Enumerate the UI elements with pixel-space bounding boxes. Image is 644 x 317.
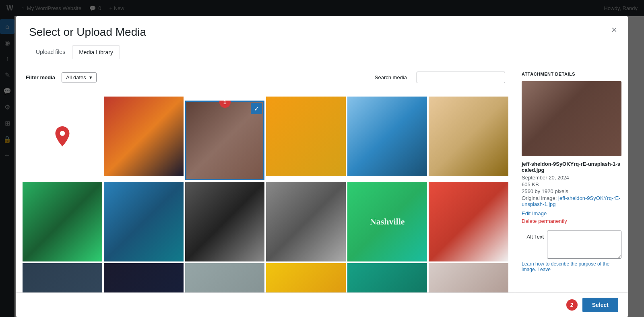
media-item[interactable]: [23, 97, 102, 176]
modal-overlay: Select or Upload Media × Upload files Me…: [0, 0, 644, 317]
media-item[interactable]: [23, 182, 102, 261]
media-grid: 1 ✓ Nashville: [23, 97, 508, 292]
modal-header: Select or Upload Media × Upload files Me…: [16, 16, 628, 65]
media-item[interactable]: [104, 263, 184, 292]
edit-image-link[interactable]: Edit Image: [522, 210, 621, 216]
media-item[interactable]: [266, 97, 346, 176]
media-item[interactable]: [266, 263, 346, 292]
tab-upload[interactable]: Upload files: [29, 45, 72, 58]
media-item[interactable]: [429, 263, 508, 292]
media-item[interactable]: [104, 182, 184, 261]
attachment-filename: jeff-sheldon-9SyOKYrq-rE-unsplash-1-scal…: [522, 161, 621, 173]
media-item[interactable]: [104, 97, 184, 176]
alt-text-hint[interactable]: Learn how to describe the purpose of the…: [522, 261, 621, 272]
media-item[interactable]: [429, 182, 508, 261]
media-item[interactable]: Nashville: [347, 182, 427, 261]
media-item[interactable]: [347, 97, 427, 176]
date-filter-dropdown[interactable]: All dates ▾: [62, 72, 97, 82]
selection-number-badge: 1: [219, 101, 231, 108]
modal-title: Select or Upload Media: [29, 26, 615, 39]
attachment-panel-title: ATTACHMENT DETAILS: [522, 72, 621, 76]
attachment-thumbnail: [522, 81, 621, 156]
modal-close-button[interactable]: ×: [607, 23, 621, 37]
filter-label: Filter media: [26, 74, 55, 80]
media-item[interactable]: [347, 263, 427, 292]
select-button[interactable]: Select: [582, 298, 618, 312]
media-item[interactable]: [266, 182, 346, 261]
alt-text-input[interactable]: [547, 231, 621, 259]
selection-check-badge: ✓: [251, 103, 262, 114]
media-grid-area: Filter media All dates ▾ Search media: [16, 65, 515, 292]
media-item-selected[interactable]: 1 ✓: [185, 101, 265, 180]
media-item[interactable]: [185, 182, 265, 261]
attachment-thumb-img: [522, 81, 621, 156]
media-item[interactable]: [23, 263, 102, 292]
alt-text-section: Alt Text Learn how to describe the purpo…: [522, 231, 621, 272]
filter-bar: Filter media All dates ▾ Search media: [16, 65, 515, 90]
attachment-dimensions: 2560 by 1920 pixels: [522, 188, 621, 194]
media-grid-scroll[interactable]: 1 ✓ Nashville: [16, 90, 515, 292]
modal-footer: 2 Select: [16, 292, 628, 317]
chevron-down-icon: ▾: [89, 74, 92, 80]
search-media-input[interactable]: [417, 72, 505, 83]
media-item[interactable]: [429, 97, 508, 176]
attachment-original-label: Original image:: [522, 195, 557, 201]
attachment-date: September 20, 2024: [522, 175, 621, 181]
search-media-label: Search media: [375, 74, 407, 80]
tab-library[interactable]: Media Library: [72, 45, 120, 59]
media-item[interactable]: [185, 263, 265, 292]
modal-body: Filter media All dates ▾ Search media: [16, 65, 628, 292]
alt-text-label: Alt Text: [522, 231, 544, 240]
alt-text-row: Alt Text: [522, 231, 621, 259]
modal-tabs: Upload files Media Library: [29, 45, 615, 58]
attachment-filesize: 605 KB: [522, 181, 621, 187]
attachment-panel: ATTACHMENT DETAILS jeff-sheldon-9SyOKYrq…: [515, 65, 628, 292]
select-count-badge: 2: [566, 299, 578, 311]
media-modal: Select or Upload Media × Upload files Me…: [16, 16, 628, 317]
attachment-original-row: Original image: jeff-sheldon-9SyOKYrq-rE…: [522, 195, 621, 207]
delete-image-link[interactable]: Delete permanently: [522, 218, 621, 224]
